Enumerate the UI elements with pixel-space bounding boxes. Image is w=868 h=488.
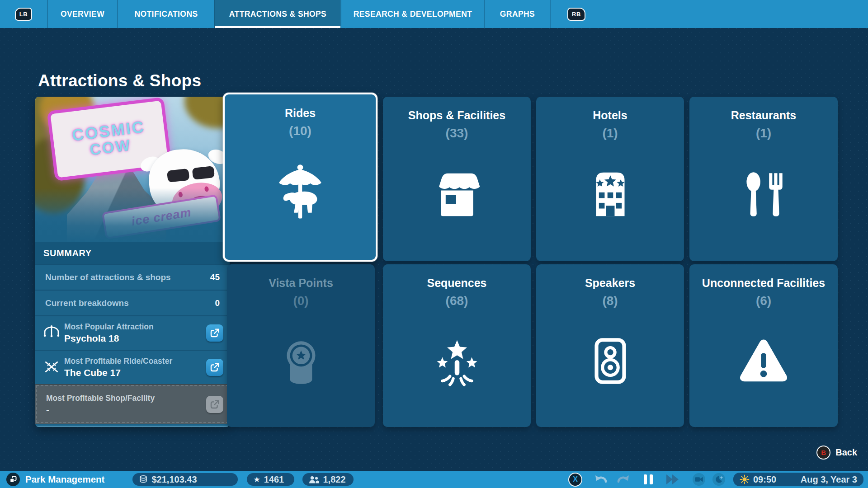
money-display[interactable]: $21,103.43 bbox=[132, 473, 238, 486]
day-night-cycle-button[interactable] bbox=[712, 473, 725, 486]
undo-icon bbox=[594, 474, 608, 485]
redo-icon bbox=[617, 474, 630, 485]
panel-bottom-edge bbox=[35, 424, 230, 427]
status-bar: Park Management $21,103.43 ★ 1461 1,822 bbox=[0, 471, 868, 488]
stat-label: Number of attractions & shops bbox=[45, 272, 171, 282]
external-link-icon bbox=[209, 328, 220, 338]
tile-sequences[interactable]: Sequences (68) bbox=[383, 264, 531, 427]
most-popular-attraction-row: Most Popular Attraction Psychola 18 bbox=[35, 315, 230, 350]
tile-label: Rides bbox=[285, 107, 316, 120]
tile-count: (1) bbox=[756, 126, 771, 141]
featured-attraction-photo: COSMIC COW ice cream bbox=[35, 97, 230, 242]
tab-overview[interactable]: OVERVIEW bbox=[47, 0, 117, 28]
rb-button-icon: RB bbox=[567, 8, 585, 21]
tile-speakers[interactable]: Speakers (8) bbox=[536, 264, 684, 427]
camera-mode-button[interactable] bbox=[693, 473, 705, 486]
b-glyph: B bbox=[821, 449, 826, 456]
carousel-icon bbox=[271, 164, 329, 221]
tile-label: Speakers bbox=[585, 277, 635, 290]
vista-point-icon bbox=[274, 333, 329, 389]
rating-value: 1461 bbox=[264, 474, 284, 485]
stat-label: Current breakdowns bbox=[45, 298, 129, 308]
tile-label: Vista Points bbox=[269, 277, 333, 290]
tile-count: (6) bbox=[756, 294, 771, 308]
coins-icon bbox=[139, 475, 148, 484]
external-link-icon bbox=[209, 399, 220, 410]
guests-value: 1,822 bbox=[323, 474, 345, 485]
tile-unconnected-facilities[interactable]: Unconnected Facilities (6) bbox=[689, 264, 838, 427]
tile-label: Restaurants bbox=[731, 109, 797, 122]
undo-button[interactable] bbox=[594, 474, 608, 485]
b-button-icon: B bbox=[816, 446, 830, 460]
highlight-label: Most Popular Attraction bbox=[64, 322, 206, 332]
mode-label: Park Management bbox=[25, 474, 104, 485]
tile-count: (0) bbox=[293, 294, 308, 308]
most-profitable-ride-row: Most Profitable Ride/Coaster The Cube 17 bbox=[35, 350, 230, 384]
guest-count-display[interactable]: 1,822 bbox=[302, 473, 354, 486]
tile-hotels[interactable]: Hotels (1) bbox=[536, 97, 684, 261]
cutlery-icon bbox=[736, 167, 791, 222]
shop-stall-icon bbox=[429, 166, 486, 223]
stat-value: 0 bbox=[215, 298, 220, 308]
sign-text: COW bbox=[89, 137, 132, 158]
tab-research-development[interactable]: RESEARCH & DEVELOPMENT bbox=[340, 0, 484, 28]
stat-value: 45 bbox=[210, 272, 220, 282]
highlight-value: The Cube 17 bbox=[64, 367, 206, 378]
tile-shops-facilities[interactable]: Shops & Facilities (33) bbox=[383, 97, 531, 261]
date-value: Aug 3, Year 3 bbox=[801, 474, 857, 485]
tile-count: (68) bbox=[446, 294, 468, 308]
open-most-popular-attraction-button[interactable] bbox=[206, 324, 223, 342]
money-value: $21,103.43 bbox=[151, 474, 197, 485]
open-most-profitable-ride-button[interactable] bbox=[206, 359, 223, 376]
summary-panel: COSMIC COW ice cream bbox=[35, 97, 230, 427]
coaster-icon bbox=[43, 359, 60, 375]
day-night-icon bbox=[714, 475, 723, 484]
pause-button[interactable] bbox=[644, 474, 653, 484]
redo-button[interactable] bbox=[617, 474, 630, 485]
tile-count: (1) bbox=[602, 126, 618, 141]
tile-count: (8) bbox=[602, 294, 618, 308]
fast-forward-button[interactable] bbox=[665, 474, 680, 485]
hotel-icon bbox=[582, 166, 639, 223]
cow-sunglasses bbox=[167, 166, 215, 183]
highlight-value: Psychola 18 bbox=[64, 333, 206, 344]
star-icon: ★ bbox=[253, 476, 260, 483]
park-rating-display[interactable]: ★ 1461 bbox=[247, 473, 294, 486]
tile-count: (10) bbox=[289, 124, 311, 138]
stat-row-breakdowns: Current breakdowns 0 bbox=[35, 290, 230, 315]
photo-fade bbox=[35, 188, 230, 242]
tile-count: (33) bbox=[446, 126, 468, 141]
page-title: Attractions & Shops bbox=[38, 71, 201, 90]
tile-rides[interactable]: Rides (10) bbox=[223, 93, 377, 262]
guests-icon bbox=[309, 476, 319, 483]
x-glyph: X bbox=[573, 475, 578, 483]
tile-vista-points: Vista Points (0) bbox=[227, 264, 375, 427]
lb-hint: LB bbox=[0, 0, 47, 28]
tile-label: Hotels bbox=[593, 109, 627, 122]
time-value: 09:50 bbox=[753, 474, 776, 485]
highlight-value: - bbox=[46, 404, 206, 415]
fast-forward-icon bbox=[665, 474, 680, 485]
tab-notifications[interactable]: NOTIFICATIONS bbox=[117, 0, 214, 28]
fireworks-icon bbox=[429, 333, 486, 389]
warning-icon bbox=[735, 333, 792, 389]
highlight-label: Most Profitable Shop/Facility bbox=[46, 394, 206, 403]
most-profitable-shop-row: Most Profitable Shop/Facility - bbox=[35, 384, 230, 424]
sun-icon bbox=[740, 474, 750, 484]
tile-label: Shops & Facilities bbox=[408, 109, 505, 122]
x-button-hint: X bbox=[568, 473, 582, 487]
external-link-icon bbox=[209, 362, 220, 373]
camera-icon bbox=[694, 476, 703, 483]
back-label: Back bbox=[835, 447, 857, 458]
lb-button-icon: LB bbox=[15, 8, 32, 21]
park-management-screen: LB OVERVIEW NOTIFICATIONS ATTRACTIONS & … bbox=[0, 0, 868, 488]
pause-icon bbox=[644, 474, 647, 484]
top-tab-bar: LB OVERVIEW NOTIFICATIONS ATTRACTIONS & … bbox=[0, 0, 868, 28]
speaker-icon bbox=[583, 333, 638, 389]
time-date-display: 09:50 Aug 3, Year 3 bbox=[733, 473, 863, 486]
back-button[interactable]: B Back bbox=[816, 446, 857, 460]
stat-row-attraction-count: Number of attractions & shops 45 bbox=[35, 264, 230, 290]
tab-graphs[interactable]: GRAPHS bbox=[484, 0, 551, 28]
tab-attractions-shops[interactable]: ATTRACTIONS & SHOPS bbox=[214, 0, 340, 28]
tile-restaurants[interactable]: Restaurants (1) bbox=[689, 97, 838, 261]
